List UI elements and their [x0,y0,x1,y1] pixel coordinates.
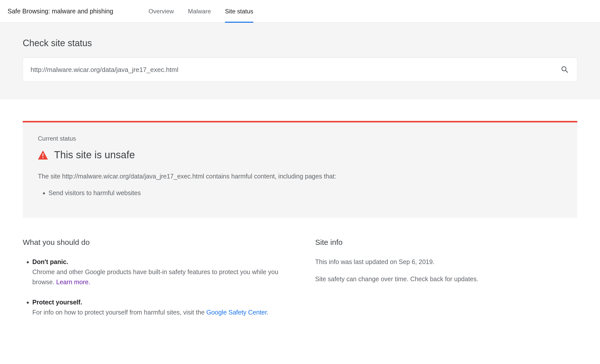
advice-item-suffix: . [267,309,268,316]
info-note: Site safety can change over time. Check … [315,274,577,284]
svg-rect-1 [42,157,43,158]
tabs: Overview Malware Site status [148,0,253,22]
info-heading: Site info [315,238,577,247]
tab-overview[interactable]: Overview [148,0,174,22]
status-heading: This site is unsafe [38,149,562,161]
advice-item-dont-panic: Don't panic. Chrome and other Google pro… [32,257,300,287]
check-section: Check site status [0,23,600,99]
search-box [23,58,577,82]
status-list: Send visitors to harmful websites [38,188,562,198]
header-title: Safe Browsing: malware and phishing [8,8,113,15]
info-column: Site info This info was last updated on … [315,238,577,327]
content: Current status This site is unsafe The s… [0,121,600,327]
check-title: Check site status [23,38,577,48]
url-input[interactable] [31,66,560,74]
status-title: This site is unsafe [54,149,135,161]
tab-site-status[interactable]: Site status [225,0,253,22]
page-header: Safe Browsing: malware and phishing Over… [0,0,600,23]
status-description: The site http://malware.wicar.org/data/j… [38,172,562,181]
status-list-item: Send visitors to harmful websites [48,188,562,198]
learn-more-link[interactable]: Learn more. [56,278,90,285]
status-card: Current status This site is unsafe The s… [23,121,577,218]
advice-item-title: Protect yourself. [32,299,82,306]
warning-icon [38,150,48,160]
columns: What you should do Don't panic. Chrome a… [23,238,577,327]
tab-malware[interactable]: Malware [188,0,211,22]
safety-center-link[interactable]: Google Safety Center [206,309,267,316]
advice-item-body: For info on how to protect yourself from… [32,309,206,316]
info-updated: This info was last updated on Sep 6, 201… [315,257,577,267]
advice-item-title: Don't panic. [32,258,68,265]
advice-item-protect: Protect yourself. For info on how to pro… [32,297,300,317]
search-button[interactable] [560,65,569,74]
advice-list: Don't panic. Chrome and other Google pro… [23,257,300,317]
advice-heading: What you should do [23,238,300,247]
svg-rect-0 [42,153,43,156]
advice-column: What you should do Don't panic. Chrome a… [23,238,300,327]
search-icon [560,65,569,74]
status-label: Current status [38,135,562,142]
